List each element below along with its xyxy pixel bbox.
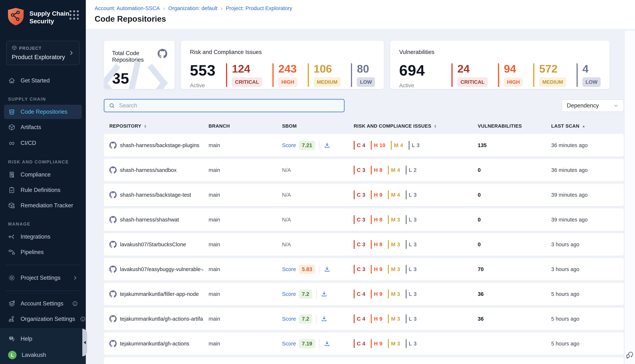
- table-row[interactable]: shash-harness/sandbox main N/A C3 H8 M4 …: [104, 159, 624, 181]
- download-sbom-button[interactable]: [324, 340, 331, 347]
- sidebar-item-get-started[interactable]: Get Started: [4, 74, 82, 88]
- download-sbom-button[interactable]: [324, 266, 331, 273]
- repo-name: lavakush07/easybuggy-vulnerable-app…: [120, 266, 203, 272]
- info-icon[interactable]: [72, 301, 78, 306]
- breadcrumb-project[interactable]: Project: Product Exploratory: [226, 5, 292, 12]
- sidebar-item-artifacts[interactable]: Artifacts: [4, 120, 82, 134]
- medium-chip: M3: [388, 215, 400, 224]
- high-chip: H8: [371, 166, 382, 174]
- github-icon: [158, 49, 167, 59]
- stat-cards: Total Code Repositories 35 Risk and Comp…: [104, 40, 624, 89]
- user-menu[interactable]: L Lavakush: [4, 347, 82, 363]
- column-branch: BRANCH: [203, 123, 277, 129]
- table-row[interactable]: tejakummarikuntla/filler-app-node main S…: [104, 283, 624, 305]
- branch-name: main: [203, 341, 277, 347]
- table-row[interactable]: shash-harness/shashwat main N/A C3 H8 M3…: [104, 208, 624, 231]
- github-icon: [109, 191, 117, 198]
- last-scan: 36 minutes ago: [546, 167, 624, 173]
- low-chip: L2: [406, 166, 417, 174]
- document-search-icon: [8, 171, 16, 178]
- sidebar-footer: ? Help L Lavakush: [0, 327, 86, 364]
- critical-stat: 124 CRITICAL: [226, 63, 262, 87]
- chevron-right-icon: [73, 275, 78, 280]
- critical-badge: CRITICAL: [457, 77, 488, 87]
- sidebar-item-integrations[interactable]: Integrations: [4, 230, 82, 244]
- page-title: Code Repositories: [95, 14, 626, 24]
- search-input[interactable]: [119, 102, 340, 109]
- sidebar-item-rule-definitions[interactable]: Rule Definitions: [4, 183, 82, 197]
- high-chip: H9: [371, 339, 382, 348]
- last-scan: 3 hours ago: [546, 242, 624, 248]
- code-brackets-watermark: [104, 60, 174, 89]
- branch-name: main: [203, 167, 277, 173]
- dependency-filter-dropdown[interactable]: Dependency: [562, 99, 624, 112]
- sidebar-item-project-settings[interactable]: Project Settings: [4, 271, 82, 285]
- sidebar-item-help[interactable]: ? Help: [4, 332, 82, 346]
- divider: [316, 290, 317, 298]
- sidebar-collapse-handle[interactable]: [82, 329, 87, 356]
- svg-text:?: ?: [10, 337, 12, 340]
- last-scan: 39 minutes ago: [546, 217, 624, 223]
- critical-chip: C4: [354, 339, 365, 348]
- download-sbom-button[interactable]: [321, 315, 328, 322]
- sidebar-item-cicd[interactable]: ∞ CI/CD: [4, 136, 82, 150]
- table-toolbar: Dependency: [104, 99, 624, 112]
- repo-name: tejakummarikuntla/gh-actions-artifacts: [120, 316, 203, 322]
- breadcrumb-organization[interactable]: Organization: default: [168, 5, 218, 12]
- help-chat-icon: ?: [8, 335, 16, 342]
- last-scan: 5 hours ago: [546, 341, 624, 347]
- nav-divider: [6, 265, 80, 265]
- branch-name: main: [203, 291, 277, 297]
- right-rail: [624, 31, 635, 364]
- github-icon: [109, 241, 117, 248]
- sidebar-item-pipelines[interactable]: Pipelines: [4, 245, 82, 259]
- risk-total-value: 553: [190, 62, 226, 79]
- project-selector[interactable]: PROJECT Product Exploratory: [6, 41, 80, 65]
- last-scan: 3 hours ago: [546, 266, 624, 272]
- repo-name: shash-harness/sandbox: [120, 167, 177, 173]
- table-row[interactable]: shash-harness/backstage-test main N/A C3…: [104, 184, 624, 206]
- active-label: Active: [399, 82, 451, 88]
- sbom-score-pill: 7.2: [299, 314, 312, 324]
- column-repository[interactable]: REPOSITORY ▲▼: [104, 123, 203, 129]
- download-sbom-button[interactable]: [321, 290, 328, 298]
- table-row[interactable]: lavakush07/easybuggy-vulnerable-app… mai…: [104, 258, 624, 280]
- low-chip: L3: [406, 190, 417, 199]
- high-stat: 243 HIGH: [273, 63, 297, 87]
- sidebar-header: Supply Chain Security: [0, 0, 86, 34]
- sidebar: Supply Chain Security PROJECT Product Ex: [0, 0, 86, 364]
- high-chip: H9: [371, 314, 382, 323]
- table-row[interactable]: shash-harness/backstage-plugins main Sco…: [104, 134, 624, 156]
- low-chip: L3: [406, 290, 417, 298]
- download-sbom-button[interactable]: [324, 142, 331, 149]
- breadcrumb-account[interactable]: Account: Automation-SSCA: [95, 5, 160, 12]
- critical-chip: C4: [354, 314, 365, 323]
- column-risk-issues[interactable]: RISK AND COMPLIANCE ISSUES ▲▼: [348, 123, 472, 129]
- sbom-score-pill: 5.83: [299, 265, 315, 274]
- sidebar-item-code-repositories[interactable]: Code Repositories: [4, 105, 82, 119]
- column-last-scan[interactable]: LAST SCAN ▲: [546, 123, 624, 129]
- support-chat-icon[interactable]: [625, 351, 634, 361]
- sidebar-item-organization-settings[interactable]: Organization Settings: [4, 312, 82, 326]
- info-icon[interactable]: [80, 316, 86, 322]
- table-row[interactable]: lavakush07/argocd-hub-spoke-demo main N/…: [104, 357, 624, 364]
- critical-chip: C3: [354, 166, 365, 174]
- sidebar-item-compliance[interactable]: Compliance: [4, 168, 82, 182]
- card-title: Vulnerabilities: [399, 49, 601, 56]
- sort-icon: ▲▼: [144, 124, 147, 128]
- github-icon: [109, 315, 117, 322]
- medium-chip: M4: [391, 141, 403, 150]
- sidebar-item-remediation-tracker[interactable]: Remediation Tracker: [4, 198, 82, 213]
- section-supply-chain: SUPPLY CHAIN: [0, 89, 86, 104]
- table-row[interactable]: lavakush07/StarbucksClone main N/A C3 H8…: [104, 233, 624, 256]
- module-grid-icon[interactable]: [70, 10, 79, 20]
- table-row[interactable]: tejakummarikuntla/gh-actions-artifacts m…: [104, 308, 624, 330]
- sidebar-item-account-settings[interactable]: Account Settings: [4, 296, 82, 311]
- project-name: Product Exploratory: [12, 54, 69, 60]
- high-chip: H9: [371, 190, 382, 199]
- sidebar-nav: Get Started SUPPLY CHAIN Code Repositori…: [0, 72, 86, 327]
- medium-chip: M4: [388, 190, 400, 199]
- project-label: PROJECT: [19, 46, 42, 51]
- table-row[interactable]: tejakummarikuntla/gh-actions main Score …: [104, 332, 624, 355]
- low-chip: L3: [406, 314, 417, 323]
